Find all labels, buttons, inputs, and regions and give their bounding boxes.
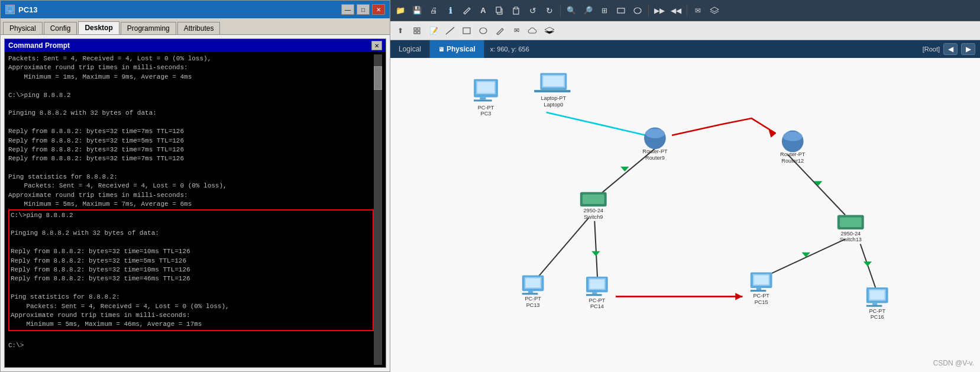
tab-programming[interactable]: Programming (121, 22, 176, 34)
svg-rect-14 (463, 28, 470, 34)
note-tool-icon[interactable]: 📝 (426, 23, 441, 38)
pc13-title: PC13 (18, 5, 38, 14)
svg-rect-70 (590, 280, 604, 289)
layers-icon[interactable] (707, 3, 722, 18)
root-label: [Root] (923, 46, 940, 53)
svg-text:Router9: Router9 (645, 155, 665, 161)
tab-config[interactable]: Config (44, 22, 77, 34)
close-button[interactable]: ✕ (372, 4, 385, 15)
copy-icon[interactable] (492, 3, 507, 18)
svg-text:Router12: Router12 (781, 158, 804, 164)
svg-text:PC-PT: PC-PT (753, 293, 769, 299)
pc13-tab-bar: Physical Config Desktop Programming Attr… (1, 18, 390, 35)
pc13-title-bar: PC13 — □ ✕ (1, 1, 390, 18)
svg-rect-64 (528, 291, 533, 293)
ellipse-tool-icon[interactable] (630, 3, 645, 18)
svg-rect-7 (617, 8, 625, 13)
svg-rect-0 (7, 7, 13, 11)
scrollbar-thumb[interactable] (374, 66, 382, 90)
folder-icon[interactable]: 📁 (393, 3, 408, 18)
email-tool-icon[interactable]: ✉ (509, 23, 524, 38)
tab-attributes[interactable]: Attributes (177, 22, 221, 34)
pc-icon (5, 5, 15, 14)
svg-rect-41 (544, 76, 564, 86)
network-diagram: PC-PT PC3 Laptop-PT Laptop0 Router-PT Ro… (390, 58, 980, 372)
svg-text:Switch9: Switch9 (584, 214, 603, 220)
svg-rect-34 (477, 82, 494, 93)
undo-icon[interactable]: ↺ (525, 3, 541, 18)
svg-text:PC16: PC16 (871, 314, 884, 320)
svg-text:2950-24: 2950-24 (840, 231, 861, 237)
svg-text:Laptop-PT: Laptop-PT (541, 95, 566, 101)
svg-rect-58 (840, 218, 862, 227)
svg-point-8 (634, 8, 641, 14)
ellipse-draw-icon[interactable] (476, 23, 491, 38)
svg-text:PC15: PC15 (755, 299, 768, 305)
cmd-output-top: Packets: Sent = 4, Received = 4, Lost = … (8, 55, 227, 208)
svg-rect-78 (756, 288, 761, 290)
layers2-icon[interactable] (542, 23, 557, 38)
node-switch13: 2950-24 Switch13 (837, 215, 864, 243)
zoom-fit-icon[interactable]: ⊞ (597, 3, 612, 18)
redo-icon[interactable]: ↻ (542, 3, 557, 18)
network-canvas[interactable]: PC-PT PC3 Laptop-PT Laptop0 Router-PT Ro… (390, 58, 980, 372)
network-toolbar-top: 📁 💾 🖨 ℹ A ↺ ↻ 🔍 🔎 ⊞ ▶▶ ◀◀ ✉ (390, 0, 980, 21)
title-bar-controls: — □ ✕ (341, 4, 385, 15)
svg-line-13 (446, 27, 454, 34)
nav-back-btn[interactable]: ◀ (943, 43, 958, 55)
svg-rect-2 (8, 12, 12, 12)
line-tool-icon[interactable] (442, 23, 458, 38)
tab-logical[interactable]: Logical (390, 40, 430, 58)
network-panel: 📁 💾 🖨 ℹ A ↺ ↻ 🔍 🔎 ⊞ ▶▶ ◀◀ ✉ (390, 0, 980, 372)
svg-rect-85 (872, 303, 877, 305)
svg-rect-11 (414, 31, 416, 34)
svg-rect-36 (474, 99, 492, 101)
zoom-out-icon[interactable]: 🔎 (580, 3, 596, 18)
svg-text:PC-PT: PC-PT (478, 105, 494, 111)
rect-draw-icon[interactable] (459, 23, 474, 38)
move-tool-icon[interactable] (409, 23, 425, 38)
rect-tool-icon[interactable] (613, 3, 629, 18)
title-bar-left: PC13 (5, 5, 38, 14)
back-icon[interactable]: ◀◀ (668, 3, 684, 18)
cursor-tool-icon[interactable]: ⬆ (393, 23, 408, 38)
root-badge-area: [Root] ◀ ▶ (918, 40, 980, 58)
watermark: CSDN @V-v. (933, 359, 974, 367)
svg-rect-6 (515, 7, 518, 9)
annotate-icon[interactable] (459, 3, 474, 18)
command-prompt-window: Command Prompt ✕ Packets: Sent = 4, Rece… (4, 38, 386, 368)
pen-tool-icon[interactable] (492, 23, 507, 38)
print-icon[interactable]: 🖨 (426, 3, 441, 18)
minimize-button[interactable]: — (341, 4, 354, 15)
paste-icon[interactable] (509, 3, 524, 18)
svg-rect-9 (414, 28, 416, 30)
email-icon[interactable]: ✉ (690, 3, 706, 18)
forward-icon[interactable]: ▶▶ (652, 3, 667, 18)
cmd-output: Packets: Sent = 4, Received = 4, Lost = … (8, 54, 374, 365)
svg-rect-35 (480, 97, 486, 99)
cmd-scrollbar[interactable] (374, 54, 382, 365)
zoom-in-icon[interactable]: 🔍 (564, 3, 579, 18)
svg-text:PC-PT: PC-PT (589, 297, 606, 303)
svg-text:PC13: PC13 (526, 302, 540, 308)
cmd-close-button[interactable]: ✕ (371, 41, 382, 50)
network-toolbar-bottom: ⬆ 📝 ✉ (390, 21, 980, 40)
text-icon[interactable]: A (476, 3, 491, 18)
nav-forward-btn[interactable]: ▶ (961, 43, 975, 55)
cloud-icon[interactable] (525, 23, 541, 38)
svg-rect-10 (418, 28, 420, 30)
cmd-output-highlighted: C:\>ping 8.8.8.2 Pinging 8.8.8.2 with 32… (8, 209, 374, 331)
info-icon[interactable]: ℹ (442, 3, 458, 18)
node-switch9: 2950-24 Switch9 (580, 192, 607, 220)
svg-text:PC14: PC14 (590, 303, 604, 309)
node-router12: Router-PT Router12 (780, 131, 806, 164)
save-icon[interactable]: 💾 (409, 3, 425, 18)
cmd-content-area[interactable]: Packets: Sent = 4, Received = 4, Lost = … (5, 52, 386, 367)
view-tabs-bar: Logical 🖥Physical x: 960, y: 656 [Root] … (390, 40, 980, 58)
tab-desktop[interactable]: Desktop (78, 21, 119, 34)
svg-text:Switch13: Switch13 (840, 237, 862, 242)
svg-text:PC-PT: PC-PT (869, 308, 885, 314)
maximize-button[interactable]: □ (357, 4, 370, 15)
tab-physical[interactable]: Physical (3, 22, 43, 34)
tab-physical-view[interactable]: 🖥Physical (430, 40, 484, 58)
